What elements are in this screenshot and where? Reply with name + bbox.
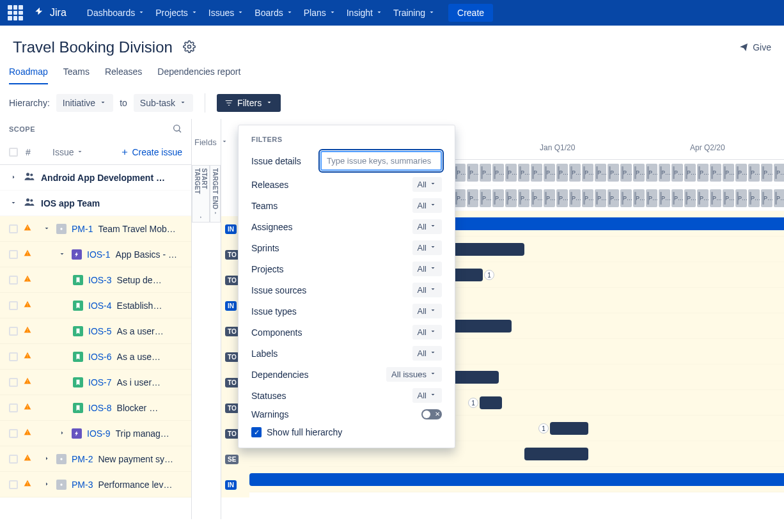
sprint-pill[interactable]: P…	[646, 189, 657, 207]
hierarchy-to-select[interactable]: Sub-task	[134, 94, 193, 112]
issue-key[interactable]: IOS-5	[88, 326, 112, 336]
sprint-pill[interactable]: P…	[556, 189, 568, 207]
issue-key[interactable]: PM-3	[72, 480, 93, 490]
gantt-bar[interactable]	[550, 422, 588, 435]
sprint-pill[interactable]: P…	[735, 164, 747, 182]
expand-caret[interactable]	[42, 224, 51, 234]
sprint-pill[interactable]: P…	[608, 189, 619, 207]
sprint-pill[interactable]: P…	[735, 189, 747, 207]
gear-icon[interactable]	[183, 40, 196, 55]
row-checkbox[interactable]	[9, 250, 18, 259]
issue-row[interactable]: IOS-7 As i user…	[0, 370, 191, 395]
sprint-pill[interactable]: P…	[505, 164, 517, 182]
sprint-pill[interactable]: P…	[467, 164, 478, 182]
sprint-pill[interactable]: P…	[556, 164, 568, 182]
app-switcher-icon[interactable]	[8, 5, 23, 20]
sprint-pill[interactable]: P…	[684, 164, 696, 182]
status-badge[interactable]: IN	[225, 480, 237, 490]
sprint-pill[interactable]: P…	[710, 189, 721, 207]
dependency-badge[interactable]: 1	[468, 398, 478, 408]
row-checkbox[interactable]	[9, 378, 18, 387]
sprint-pill[interactable]: P…	[454, 189, 466, 207]
filter-select-statuses[interactable]: All	[412, 388, 442, 403]
create-issue-button[interactable]: Create issue	[120, 147, 182, 157]
warnings-toggle[interactable]	[421, 409, 442, 419]
sprint-pill[interactable]: P…	[620, 189, 632, 207]
issue-key[interactable]: IOS-6	[88, 352, 112, 362]
issue-row[interactable]: IOS-1 App Basics - …	[0, 242, 191, 267]
create-button[interactable]: Create	[448, 4, 493, 22]
filter-select-components[interactable]: All	[412, 325, 442, 340]
sprint-pill[interactable]: P…	[774, 189, 784, 207]
issue-row[interactable]: PM-1 Team Travel Mob…	[0, 216, 191, 242]
sprint-pill[interactable]: P…	[671, 189, 683, 207]
nav-insight[interactable]: Insight	[341, 4, 388, 22]
filter-select-labels[interactable]: All	[412, 346, 442, 361]
fields-dropdown[interactable]: Fields	[192, 119, 221, 165]
sprint-pill[interactable]: P…	[544, 164, 555, 182]
search-icon[interactable]	[172, 123, 182, 136]
status-badge[interactable]: IN	[225, 301, 237, 311]
sprint-pill[interactable]: P…	[531, 164, 542, 182]
sprint-pill[interactable]: P…	[697, 189, 709, 207]
issue-key[interactable]: IOS-8	[88, 403, 112, 413]
tab-roadmap[interactable]: Roadmap	[9, 66, 48, 84]
nav-boards[interactable]: Boards	[249, 4, 298, 22]
feedback-button[interactable]: Give	[739, 42, 771, 52]
row-checkbox[interactable]	[9, 429, 18, 438]
status-badge[interactable]: TO	[225, 429, 239, 439]
row-checkbox[interactable]	[9, 224, 18, 233]
expand-caret[interactable]	[42, 454, 51, 464]
sprint-pill[interactable]: P…	[774, 164, 784, 182]
expand-caret[interactable]	[58, 428, 67, 439]
sprint-pill[interactable]: P…	[505, 189, 517, 207]
row-checkbox[interactable]	[9, 455, 18, 464]
target-start-header[interactable]: TARGET START	[192, 165, 210, 223]
show-hierarchy-checkbox[interactable]: ✓ Show full hierarchy	[251, 427, 442, 437]
sprint-pill[interactable]: P…	[492, 164, 504, 182]
sprint-pill[interactable]: P…	[569, 189, 581, 207]
gantt-bar[interactable]	[249, 473, 784, 486]
status-badge[interactable]: TO	[225, 403, 239, 413]
filter-select-releases[interactable]: All	[412, 177, 442, 192]
expand-caret[interactable]	[42, 480, 51, 490]
nav-dashboards[interactable]: Dashboards	[82, 4, 151, 22]
dependency-badge[interactable]: 1	[484, 270, 494, 280]
sprint-pill[interactable]: P…	[723, 189, 734, 207]
sprint-pill[interactable]: P…	[723, 164, 734, 182]
sprint-pill[interactable]: P…	[595, 189, 606, 207]
status-badge[interactable]: TO	[225, 276, 239, 285]
issue-row[interactable]: IOS-8 Blocker …	[0, 395, 191, 421]
sprint-pill[interactable]: P…	[659, 164, 670, 182]
issue-key[interactable]: PM-2	[72, 454, 93, 464]
tab-releases[interactable]: Releases	[105, 66, 142, 83]
sprint-pill[interactable]: P…	[544, 189, 555, 207]
filter-select-projects[interactable]: All	[412, 262, 442, 276]
issue-row[interactable]: IOS-9 Trip manag…	[0, 421, 191, 446]
sprint-pill[interactable]: P…	[761, 164, 772, 182]
status-badge[interactable]: TO	[225, 352, 239, 362]
warning-icon[interactable]	[23, 300, 32, 311]
sprint-pill[interactable]: P…	[761, 189, 772, 207]
select-all-checkbox[interactable]	[9, 148, 18, 157]
warning-icon[interactable]	[23, 223, 32, 234]
issue-column-label[interactable]: Issue	[52, 147, 84, 157]
sprint-pill[interactable]: P…	[454, 164, 466, 182]
status-badge[interactable]: IN	[225, 224, 237, 234]
sprint-pill[interactable]: P…	[518, 189, 529, 207]
jira-logo[interactable]: Jira	[33, 6, 67, 19]
tab-dependencies-report[interactable]: Dependencies report	[157, 66, 240, 83]
nav-plans[interactable]: Plans	[299, 4, 341, 22]
sprint-pill[interactable]: P…	[480, 164, 491, 182]
sprint-pill[interactable]: P…	[467, 189, 478, 207]
sprint-pill[interactable]: P…	[671, 164, 683, 182]
row-checkbox[interactable]	[9, 327, 18, 336]
filter-select-issue-sources[interactable]: All	[412, 283, 442, 297]
nav-training[interactable]: Training	[388, 4, 441, 22]
nav-issues[interactable]: Issues	[203, 4, 249, 22]
tab-teams[interactable]: Teams	[63, 66, 90, 83]
sprint-pill[interactable]: P…	[748, 189, 760, 207]
sprint-pill[interactable]: P…	[748, 164, 760, 182]
issue-key[interactable]: IOS-1	[87, 249, 111, 260]
filter-select-teams[interactable]: All	[412, 198, 442, 213]
